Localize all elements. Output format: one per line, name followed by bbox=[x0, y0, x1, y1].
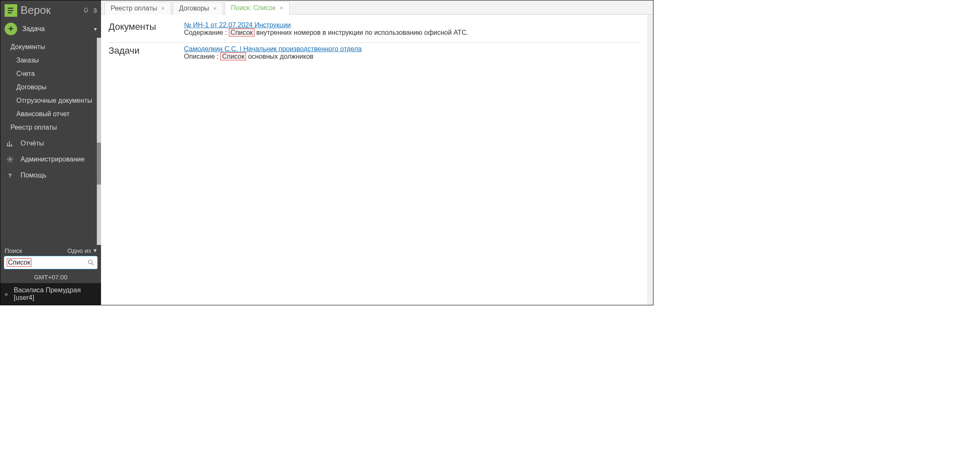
result-desc-suffix: внутренних номеров в инструкции по испол… bbox=[254, 29, 468, 36]
brand-name: Верок bbox=[21, 4, 51, 17]
barchart-icon bbox=[6, 140, 14, 147]
result-highlight: Список bbox=[220, 52, 246, 60]
tab-label: Поиск: Список bbox=[231, 4, 275, 12]
svg-point-3 bbox=[88, 260, 92, 264]
sidebar-item-reports[interactable]: Отчёты bbox=[0, 137, 101, 150]
logo-icon bbox=[6, 6, 16, 15]
sidebar: Верок 3 + Задача ▾ Документы Заказы Счет… bbox=[0, 0, 101, 305]
tab-search-result[interactable]: Поиск: Список × bbox=[225, 1, 290, 15]
sidebar-search: Поиск Одно из ▾ Список bbox=[0, 245, 101, 273]
search-icon[interactable] bbox=[87, 259, 95, 266]
sidebar-item-orders[interactable]: Заказы bbox=[0, 54, 101, 67]
sidebar-footer: « Василиса Премудрая [user4] bbox=[0, 283, 101, 305]
notification-count: 3 bbox=[93, 7, 97, 14]
result-row-tasks: Задачи Самоделкин С.С. | Начальник произ… bbox=[109, 43, 640, 66]
sidebar-item-label: Отчёты bbox=[21, 140, 44, 147]
logo-mark bbox=[5, 4, 17, 17]
sidebar-item-admin[interactable]: Администрирование bbox=[0, 153, 101, 166]
main: Реестр оплаты × Договоры × Поиск: Список… bbox=[101, 0, 653, 305]
add-task-button[interactable]: + bbox=[5, 23, 17, 35]
search-mode-label: Одно из bbox=[67, 247, 91, 254]
bell-icon bbox=[83, 7, 89, 14]
sidebar-item-contracts[interactable]: Договоры bbox=[0, 81, 101, 94]
sidebar-item-payment-registry[interactable]: Реестр оплаты bbox=[0, 121, 101, 134]
task-dropdown-label[interactable]: Задача bbox=[22, 25, 89, 33]
sidebar-nav: Документы Заказы Счета Договоры Отгрузоч… bbox=[0, 38, 101, 245]
result-body: № ИН-1 от 22.07.2024 Инструкции Содержан… bbox=[184, 21, 640, 36]
sidebar-item-help[interactable]: ? Помощь bbox=[0, 169, 101, 182]
result-category: Документы bbox=[109, 21, 176, 36]
tab-contracts[interactable]: Договоры × bbox=[173, 2, 223, 15]
tab-payment-registry[interactable]: Реестр оплаты × bbox=[104, 2, 171, 15]
tab-label: Реестр оплаты bbox=[111, 5, 157, 12]
result-description: Описание : Список основных должников bbox=[184, 53, 640, 60]
sidebar-item-documents[interactable]: Документы bbox=[0, 40, 101, 54]
result-description: Содержание : Список внутренних номеров в… bbox=[184, 29, 640, 36]
sidebar-header: Верок 3 bbox=[0, 0, 101, 20]
sidebar-item-advance[interactable]: Авансовый отчет bbox=[0, 107, 101, 121]
result-link[interactable]: № ИН-1 от 22.07.2024 Инструкции bbox=[184, 21, 291, 29]
search-results: Документы № ИН-1 от 22.07.2024 Инструкци… bbox=[101, 15, 647, 305]
result-desc-prefix: Содержание : bbox=[184, 29, 229, 36]
search-label: Поиск bbox=[5, 247, 22, 254]
gear-icon bbox=[6, 156, 14, 163]
main-scrollbar[interactable] bbox=[647, 15, 653, 305]
search-box: Список bbox=[4, 256, 98, 269]
result-desc-prefix: Описание : bbox=[184, 53, 220, 60]
task-create-row: + Задача ▾ bbox=[0, 20, 101, 38]
svg-point-1 bbox=[9, 159, 11, 161]
search-mode-dropdown[interactable]: Одно из ▾ bbox=[67, 247, 97, 254]
collapse-sidebar-button[interactable]: « bbox=[5, 291, 8, 297]
chevron-down-icon: ▾ bbox=[93, 247, 97, 254]
result-desc-suffix: основных должников bbox=[246, 53, 314, 60]
result-highlight: Список bbox=[229, 29, 254, 36]
chevron-down-icon[interactable]: ▾ bbox=[94, 26, 97, 32]
close-icon[interactable]: × bbox=[161, 5, 165, 12]
search-input-highlight: Список bbox=[7, 258, 31, 267]
tab-label: Договоры bbox=[179, 5, 209, 12]
result-row-documents: Документы № ИН-1 от 22.07.2024 Инструкци… bbox=[109, 19, 640, 43]
current-user[interactable]: Василиса Премудрая [user4] bbox=[14, 286, 97, 302]
scrollbar-thumb[interactable] bbox=[97, 143, 101, 185]
sidebar-item-shipping[interactable]: Отгрузочные документы bbox=[0, 94, 101, 107]
tab-bar: Реестр оплаты × Договоры × Поиск: Список… bbox=[101, 0, 653, 15]
close-icon[interactable]: × bbox=[280, 5, 283, 11]
question-icon: ? bbox=[6, 172, 14, 179]
sidebar-item-label: Администрирование bbox=[21, 156, 85, 163]
result-link[interactable]: Самоделкин С.С. | Начальник производстве… bbox=[184, 45, 362, 52]
sidebar-item-invoices[interactable]: Счета bbox=[0, 67, 101, 81]
timezone-label: GMT+07:00 bbox=[0, 273, 101, 283]
close-icon[interactable]: × bbox=[213, 5, 217, 12]
sidebar-item-label: Помощь bbox=[21, 172, 47, 179]
svg-text:?: ? bbox=[8, 172, 12, 179]
notifications[interactable]: 3 bbox=[83, 7, 97, 14]
result-body: Самоделкин С.С. | Начальник производстве… bbox=[184, 45, 640, 60]
result-category: Задачи bbox=[109, 45, 176, 60]
sidebar-scrollbar[interactable] bbox=[97, 38, 101, 245]
